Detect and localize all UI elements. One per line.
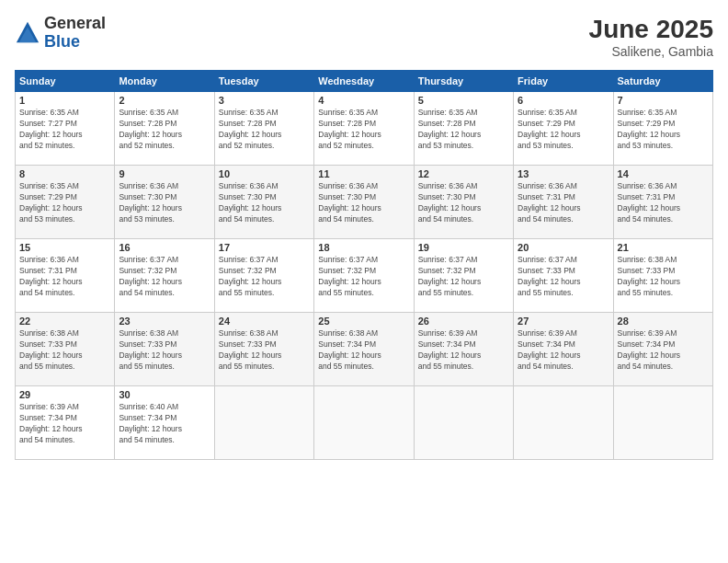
logo: General Blue <box>15 15 106 52</box>
calendar-cell <box>514 386 613 460</box>
day-info: Sunrise: 6:36 AM Sunset: 7:30 PM Dayligh… <box>318 181 409 225</box>
day-number: 24 <box>219 316 310 327</box>
day-number: 27 <box>518 316 609 327</box>
day-number: 25 <box>318 316 409 327</box>
day-info: Sunrise: 6:36 AM Sunset: 7:31 PM Dayligh… <box>518 181 609 225</box>
calendar-cell: 5Sunrise: 6:35 AM Sunset: 7:28 PM Daylig… <box>414 92 513 166</box>
day-number: 4 <box>318 95 409 106</box>
day-number: 19 <box>418 242 509 253</box>
calendar-cell: 18Sunrise: 6:37 AM Sunset: 7:32 PM Dayli… <box>314 239 414 313</box>
day-number: 18 <box>318 242 409 253</box>
day-info: Sunrise: 6:36 AM Sunset: 7:30 PM Dayligh… <box>119 181 210 225</box>
col-thursday: Thursday <box>414 71 513 92</box>
day-number: 12 <box>418 168 509 179</box>
day-info: Sunrise: 6:36 AM Sunset: 7:31 PM Dayligh… <box>19 255 110 299</box>
day-number: 2 <box>119 95 210 106</box>
calendar-cell: 23Sunrise: 6:38 AM Sunset: 7:33 PM Dayli… <box>115 313 214 386</box>
day-number: 20 <box>518 242 609 253</box>
calendar-week-row-3: 22Sunrise: 6:38 AM Sunset: 7:33 PM Dayli… <box>16 313 713 386</box>
day-number: 8 <box>19 168 110 179</box>
day-number: 16 <box>119 242 210 253</box>
day-number: 9 <box>119 168 210 179</box>
day-info: Sunrise: 6:36 AM Sunset: 7:31 PM Dayligh… <box>618 181 709 225</box>
header: General Blue June 2025 Salikene, Gambia <box>15 15 713 59</box>
calendar-cell: 28Sunrise: 6:39 AM Sunset: 7:34 PM Dayli… <box>613 313 712 386</box>
col-sunday: Sunday <box>16 71 115 92</box>
day-number: 3 <box>219 95 310 106</box>
day-info: Sunrise: 6:39 AM Sunset: 7:34 PM Dayligh… <box>19 402 110 446</box>
day-info: Sunrise: 6:35 AM Sunset: 7:28 PM Dayligh… <box>119 108 210 152</box>
day-info: Sunrise: 6:37 AM Sunset: 7:32 PM Dayligh… <box>119 255 210 299</box>
day-number: 22 <box>19 316 110 327</box>
logo-icon <box>15 20 40 46</box>
day-number: 6 <box>518 95 609 106</box>
day-number: 10 <box>219 168 310 179</box>
calendar-cell: 10Sunrise: 6:36 AM Sunset: 7:30 PM Dayli… <box>214 166 313 239</box>
calendar-cell: 11Sunrise: 6:36 AM Sunset: 7:30 PM Dayli… <box>314 166 414 239</box>
logo-general: General <box>44 15 106 33</box>
calendar-cell: 25Sunrise: 6:38 AM Sunset: 7:34 PM Dayli… <box>314 313 414 386</box>
calendar-cell: 19Sunrise: 6:37 AM Sunset: 7:32 PM Dayli… <box>414 239 513 313</box>
calendar-week-row-0: 1Sunrise: 6:35 AM Sunset: 7:27 PM Daylig… <box>16 92 713 166</box>
day-info: Sunrise: 6:37 AM Sunset: 7:33 PM Dayligh… <box>518 255 609 299</box>
calendar-cell: 15Sunrise: 6:36 AM Sunset: 7:31 PM Dayli… <box>16 239 115 313</box>
calendar-cell: 2Sunrise: 6:35 AM Sunset: 7:28 PM Daylig… <box>115 92 214 166</box>
calendar-cell: 20Sunrise: 6:37 AM Sunset: 7:33 PM Dayli… <box>514 239 613 313</box>
calendar-cell: 16Sunrise: 6:37 AM Sunset: 7:32 PM Dayli… <box>115 239 214 313</box>
day-info: Sunrise: 6:36 AM Sunset: 7:30 PM Dayligh… <box>219 181 310 225</box>
day-info: Sunrise: 6:35 AM Sunset: 7:27 PM Dayligh… <box>19 108 110 152</box>
calendar-cell <box>414 386 513 460</box>
day-info: Sunrise: 6:37 AM Sunset: 7:32 PM Dayligh… <box>318 255 409 299</box>
day-info: Sunrise: 6:35 AM Sunset: 7:28 PM Dayligh… <box>318 108 409 152</box>
day-info: Sunrise: 6:36 AM Sunset: 7:30 PM Dayligh… <box>418 181 509 225</box>
calendar-cell <box>613 386 712 460</box>
col-tuesday: Tuesday <box>214 71 313 92</box>
calendar-cell: 26Sunrise: 6:39 AM Sunset: 7:34 PM Dayli… <box>414 313 513 386</box>
logo-text: General Blue <box>44 15 106 52</box>
calendar-cell: 24Sunrise: 6:38 AM Sunset: 7:33 PM Dayli… <box>214 313 313 386</box>
calendar-cell <box>214 386 313 460</box>
day-info: Sunrise: 6:40 AM Sunset: 7:34 PM Dayligh… <box>119 402 210 446</box>
calendar-week-row-1: 8Sunrise: 6:35 AM Sunset: 7:29 PM Daylig… <box>16 166 713 239</box>
calendar-header-row: Sunday Monday Tuesday Wednesday Thursday… <box>16 71 713 92</box>
day-info: Sunrise: 6:35 AM Sunset: 7:29 PM Dayligh… <box>518 108 609 152</box>
calendar-cell: 8Sunrise: 6:35 AM Sunset: 7:29 PM Daylig… <box>16 166 115 239</box>
day-number: 14 <box>618 168 709 179</box>
calendar-cell: 9Sunrise: 6:36 AM Sunset: 7:30 PM Daylig… <box>115 166 214 239</box>
day-number: 7 <box>618 95 709 106</box>
day-info: Sunrise: 6:38 AM Sunset: 7:33 PM Dayligh… <box>119 328 210 373</box>
calendar-cell: 1Sunrise: 6:35 AM Sunset: 7:27 PM Daylig… <box>16 92 115 166</box>
calendar-cell: 13Sunrise: 6:36 AM Sunset: 7:31 PM Dayli… <box>514 166 613 239</box>
day-number: 26 <box>418 316 509 327</box>
day-number: 28 <box>618 316 709 327</box>
day-info: Sunrise: 6:38 AM Sunset: 7:33 PM Dayligh… <box>618 255 709 299</box>
day-info: Sunrise: 6:37 AM Sunset: 7:32 PM Dayligh… <box>418 255 509 299</box>
calendar-cell: 4Sunrise: 6:35 AM Sunset: 7:28 PM Daylig… <box>314 92 414 166</box>
day-info: Sunrise: 6:39 AM Sunset: 7:34 PM Dayligh… <box>618 328 709 373</box>
month-title: June 2025 <box>589 15 713 44</box>
calendar-cell: 27Sunrise: 6:39 AM Sunset: 7:34 PM Dayli… <box>514 313 613 386</box>
calendar-cell <box>314 386 414 460</box>
day-info: Sunrise: 6:38 AM Sunset: 7:34 PM Dayligh… <box>318 328 409 373</box>
calendar-table: Sunday Monday Tuesday Wednesday Thursday… <box>15 70 713 460</box>
title-block: June 2025 Salikene, Gambia <box>589 15 713 59</box>
location-title: Salikene, Gambia <box>589 44 713 59</box>
day-number: 5 <box>418 95 509 106</box>
calendar-week-row-4: 29Sunrise: 6:39 AM Sunset: 7:34 PM Dayli… <box>16 386 713 460</box>
day-number: 29 <box>19 389 110 400</box>
calendar-cell: 22Sunrise: 6:38 AM Sunset: 7:33 PM Dayli… <box>16 313 115 386</box>
logo-blue: Blue <box>44 33 106 52</box>
calendar-cell: 7Sunrise: 6:35 AM Sunset: 7:29 PM Daylig… <box>613 92 712 166</box>
day-info: Sunrise: 6:38 AM Sunset: 7:33 PM Dayligh… <box>19 328 110 373</box>
day-info: Sunrise: 6:35 AM Sunset: 7:29 PM Dayligh… <box>19 181 110 225</box>
day-info: Sunrise: 6:35 AM Sunset: 7:29 PM Dayligh… <box>618 108 709 152</box>
calendar-cell: 12Sunrise: 6:36 AM Sunset: 7:30 PM Dayli… <box>414 166 513 239</box>
calendar-cell: 21Sunrise: 6:38 AM Sunset: 7:33 PM Dayli… <box>613 239 712 313</box>
day-info: Sunrise: 6:38 AM Sunset: 7:33 PM Dayligh… <box>219 328 310 373</box>
day-number: 15 <box>19 242 110 253</box>
calendar-cell: 3Sunrise: 6:35 AM Sunset: 7:28 PM Daylig… <box>214 92 313 166</box>
calendar-week-row-2: 15Sunrise: 6:36 AM Sunset: 7:31 PM Dayli… <box>16 239 713 313</box>
col-saturday: Saturday <box>613 71 712 92</box>
calendar-cell: 29Sunrise: 6:39 AM Sunset: 7:34 PM Dayli… <box>16 386 115 460</box>
page: General Blue June 2025 Salikene, Gambia … <box>0 0 728 563</box>
